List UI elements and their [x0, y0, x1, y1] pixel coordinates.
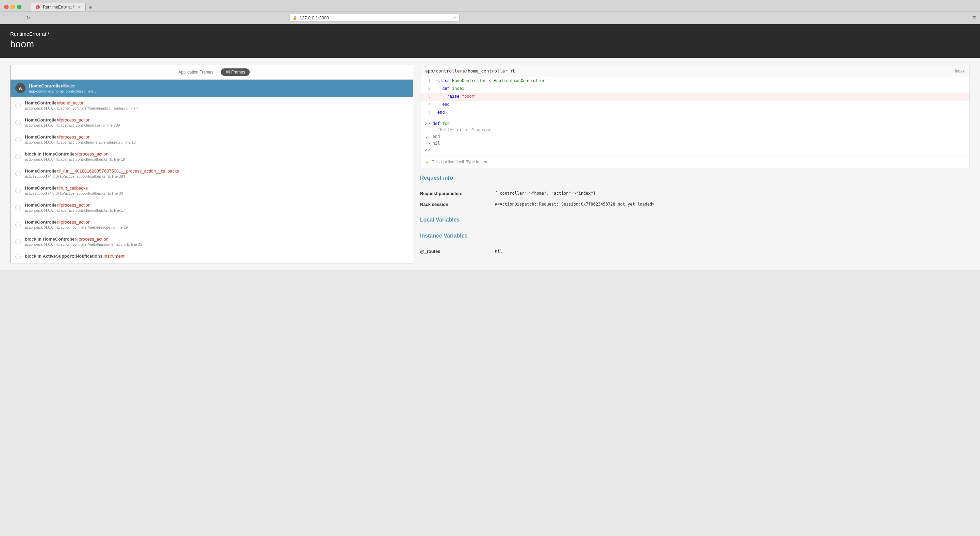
- frame-path: actionpack (4.0.0) lib/abstract_controll…: [25, 157, 408, 161]
- info-row: Request parameters {"controller"=>"home"…: [420, 188, 970, 199]
- frames-panel: Application Frames All Frames A HomeCont…: [10, 65, 413, 263]
- frame-name: HomeController#_run__4018816283576875081…: [25, 169, 408, 174]
- forward-button[interactable]: →: [14, 14, 22, 21]
- frame-item[interactable]: HomeController#_run__4018816283576875081…: [11, 165, 413, 182]
- url-text[interactable]: 127.0.0.1:3000: [299, 15, 450, 21]
- frame-info: HomeController#_run__4018816283576875081…: [25, 169, 408, 178]
- frame-item[interactable]: A HomeController#index app/controllers/h…: [11, 80, 413, 97]
- frame-radio: [15, 188, 21, 193]
- right-panel: app/controllers/home_controller.rb index…: [420, 65, 970, 263]
- svg-text:!: !: [37, 6, 38, 9]
- error-header: RuntimeError at / boom: [0, 24, 980, 58]
- tab-title: RuntimeError at /: [43, 5, 74, 10]
- tab-close-button[interactable]: ×: [76, 5, 81, 10]
- parameters-label: Request parameters: [420, 191, 495, 196]
- repl-shell-hint: ▲ This is a live shell. Type in here.: [420, 156, 969, 168]
- repl-line: => nil: [425, 140, 965, 147]
- frame-name: block in ActiveSupport::Notifications.in…: [25, 254, 408, 258]
- frame-item[interactable]: HomeController#run_callbacks activesuppo…: [11, 182, 413, 199]
- frame-info: HomeController#process_action actionpack…: [25, 117, 408, 127]
- error-type: RuntimeError at /: [10, 31, 970, 37]
- back-button[interactable]: ←: [4, 14, 11, 21]
- frame-name: HomeController#index: [29, 83, 408, 88]
- repl-input-line[interactable]: >>: [425, 147, 965, 153]
- code-action-label: index: [955, 69, 965, 73]
- frame-name: block in HomeController#process_action: [25, 152, 408, 156]
- application-frames-tab[interactable]: Application Frames: [173, 69, 218, 76]
- instance-variables-title: Instance Variables: [420, 233, 970, 242]
- frame-path: activesupport (4.0.0) lib/active_support…: [25, 191, 408, 195]
- session-value: #<ActionDispatch::Request::Session:0x7f8…: [495, 202, 655, 207]
- warning-icon: ▲: [425, 160, 429, 164]
- shell-hint-text: This is a live shell. Type in here.: [432, 160, 490, 164]
- code-line: 5 end: [420, 109, 969, 117]
- frame-info: block in HomeController#process_action a…: [25, 236, 408, 246]
- request-info-title: Request info: [420, 175, 970, 184]
- frame-path: actionpack (4.0.0) lib/abstract_controll…: [25, 208, 408, 212]
- frame-radio: [15, 254, 21, 259]
- frame-path: actionpack (4.0.0) lib/abstract_controll…: [25, 123, 408, 127]
- frame-path: app/controllers/home_controller.rb, line…: [29, 89, 408, 93]
- close-traffic-light[interactable]: [4, 5, 8, 9]
- error-content: Application Frames All Frames A HomeCont…: [10, 65, 970, 263]
- frame-item[interactable]: HomeController#send_action actionpack (4…: [11, 97, 413, 114]
- code-header: app/controllers/home_controller.rb index: [420, 65, 969, 77]
- code-block: 1 class HomeController < ApplicationCont…: [420, 77, 969, 117]
- frame-radio: [15, 239, 21, 244]
- repl-area[interactable]: >> def foo .. "better errors".upcase .. …: [420, 117, 969, 156]
- frame-path: actionpack (4.0.0) lib/abstract_controll…: [25, 140, 408, 144]
- frame-name: HomeController#process_action: [25, 134, 408, 140]
- routes-value: nil: [495, 249, 503, 254]
- frame-item[interactable]: HomeController#process_action actionpack…: [11, 216, 413, 233]
- menu-icon[interactable]: ≡: [972, 14, 976, 21]
- frame-name: HomeController#send_action: [25, 100, 408, 105]
- frame-item[interactable]: HomeController#process_action actionpack…: [11, 199, 413, 216]
- instance-variables-section: Instance Variables @_routes nil: [420, 233, 970, 257]
- frame-path: activesupport (4.0.0) lib/active_support…: [25, 174, 408, 178]
- new-tab-button[interactable]: +: [86, 4, 95, 11]
- frame-item[interactable]: block in HomeController#process_action a…: [11, 233, 413, 250]
- frame-info: block in ActiveSupport::Notifications.in…: [25, 254, 408, 259]
- local-variables-section: Local Variables: [420, 217, 970, 226]
- request-info-section: Request info Request parameters {"contro…: [420, 175, 970, 210]
- frame-name: HomeController#process_action: [25, 220, 408, 225]
- code-line: 2 def index: [420, 85, 969, 93]
- reload-button[interactable]: ↻: [24, 14, 32, 21]
- frame-radio: [15, 137, 21, 142]
- code-panel: app/controllers/home_controller.rb index…: [420, 65, 970, 168]
- code-line-highlighted: 3 raise "boom": [420, 93, 969, 101]
- frame-item[interactable]: block in HomeController#process_action a…: [11, 148, 413, 165]
- frame-radio: [15, 205, 21, 210]
- minimize-traffic-light[interactable]: [11, 5, 15, 9]
- local-variables-title: Local Variables: [420, 217, 970, 226]
- error-type-text: RuntimeError: [10, 31, 40, 37]
- request-info-table: Request parameters {"controller"=>"home"…: [420, 188, 970, 210]
- frame-path: actionpack (4.0.0) lib/action_controller…: [25, 242, 408, 246]
- address-bar: 🔒 127.0.0.1:3000 ☆: [290, 14, 460, 22]
- frames-header: Application Frames All Frames: [11, 65, 413, 80]
- frame-info: HomeController#index app/controllers/hom…: [29, 83, 408, 93]
- repl-line: .. end: [425, 133, 965, 140]
- frame-item[interactable]: block in ActiveSupport::Notifications.in…: [11, 250, 413, 263]
- frame-name: HomeController#process_action: [25, 117, 408, 123]
- maximize-traffic-light[interactable]: [17, 5, 21, 9]
- parameters-value: {"controller"=>"home", "action"=>"index"…: [495, 191, 596, 196]
- session-label: Rack session: [420, 202, 495, 207]
- frame-name: HomeController#process_action: [25, 203, 408, 207]
- repl-line: >> def foo: [425, 120, 965, 127]
- error-message: boom: [10, 39, 970, 50]
- frames-list: A HomeController#index app/controllers/h…: [11, 80, 413, 263]
- frame-item[interactable]: HomeController#process_action actionpack…: [11, 114, 413, 131]
- frame-path: actionpack (4.0.0) lib/action_controller…: [25, 225, 408, 230]
- frame-radio: [15, 222, 21, 227]
- frame-radio: [15, 154, 21, 159]
- all-frames-tab[interactable]: All Frames: [221, 69, 250, 76]
- frame-name: HomeController#run_callbacks: [25, 185, 408, 191]
- tab-favicon-icon: !: [35, 5, 40, 10]
- repl-line: .. "better errors".upcase: [425, 127, 965, 133]
- browser-tab[interactable]: ! RuntimeError at / ×: [31, 3, 86, 11]
- avatar: A: [15, 83, 25, 93]
- frame-item[interactable]: HomeController#process_action actionpack…: [11, 131, 413, 148]
- bookmark-icon[interactable]: ☆: [452, 15, 457, 21]
- frame-info: HomeController#process_action actionpack…: [25, 134, 408, 144]
